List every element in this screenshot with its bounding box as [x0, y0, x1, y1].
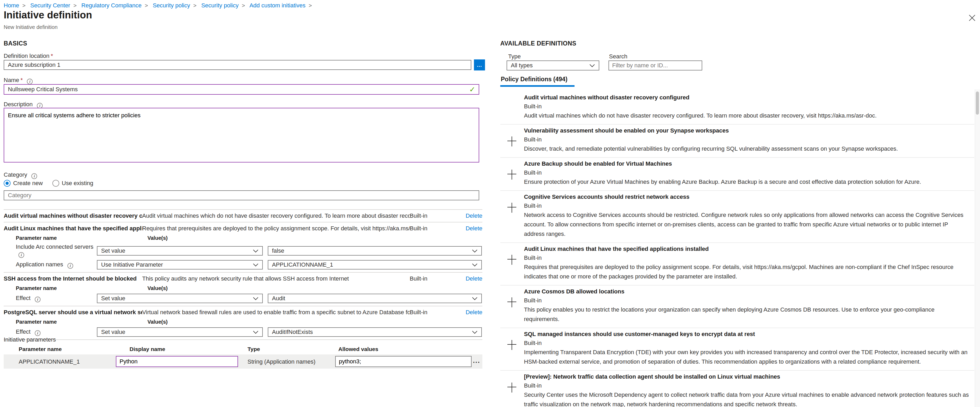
delete-policy-link[interactable]: Delete — [466, 309, 482, 316]
scrollbar-track[interactable] — [975, 89, 980, 407]
list-item: Audit virtual machines without disaster … — [500, 92, 974, 125]
param-col-name: Parameter name — [16, 319, 148, 325]
search-input[interactable] — [608, 60, 702, 70]
allowed-values-input[interactable] — [335, 356, 472, 367]
available-definitions-title: AVAILABLE DEFINITIONS — [500, 40, 576, 47]
param-col-values: Value(s) — [148, 285, 168, 291]
basics-section-title: BASICS — [4, 40, 27, 47]
tab-policy-definitions[interactable]: Policy Definitions (494) — [501, 76, 567, 83]
list-item: [Preview]: Network traffic data collecti… — [500, 371, 974, 407]
policy-type: Built-in — [410, 309, 449, 316]
chevron-down-icon — [472, 263, 477, 267]
param-mode-select[interactable]: Set value — [97, 294, 263, 303]
type-filter-label: Type — [508, 53, 521, 60]
breadcrumb: Home> Security Center> Regulatory Compli… — [4, 2, 315, 9]
initiative-parameters-header: Parameter name Display name Type Allowed… — [4, 346, 482, 353]
breadcrumb-link-security-policy-2[interactable]: Security policy — [201, 2, 239, 9]
param-value-select[interactable]: Audit — [268, 294, 482, 303]
type-filter-select[interactable]: All types — [507, 60, 599, 70]
policy-title: SSH access from the Internet should be b… — [4, 275, 142, 282]
close-button[interactable] — [966, 11, 978, 24]
policy-parameters: Parameter name Value(s) Effect i Set val… — [16, 285, 482, 306]
param-value-select[interactable]: APPLICATIONNAME_1 — [268, 260, 482, 269]
add-definition-plus-icon[interactable] — [506, 202, 518, 214]
policy-description: Requires that prerequisites are deployed… — [142, 225, 410, 232]
list-item: Vulnerability assessment should be enabl… — [500, 125, 974, 158]
policy-definitions-list: Audit virtual machines without disaster … — [500, 92, 974, 407]
scrollbar-thumb[interactable] — [976, 92, 979, 115]
info-icon: i — [35, 330, 41, 336]
chevron-down-icon — [589, 63, 595, 67]
radio-create-new-label[interactable]: Create new — [13, 180, 43, 187]
policy-row: PostgreSQL server should use a virtual n… — [4, 306, 482, 339]
add-definition-plus-icon[interactable] — [506, 382, 518, 393]
initiative-parameters-title: Initiative parameters — [4, 337, 482, 343]
definition-location-input[interactable] — [4, 60, 471, 70]
info-icon: i — [27, 79, 33, 84]
chevron-down-icon — [253, 330, 259, 334]
col-parameter-name: Parameter name — [19, 346, 62, 352]
add-definition-plus-icon[interactable] — [506, 136, 518, 147]
policy-parameters: Parameter name Value(s) Include Arc conn… — [16, 235, 482, 272]
param-value-select[interactable]: AuditIfNotExists — [268, 327, 482, 337]
policy-description: Virtual network based firewall rules are… — [142, 309, 410, 316]
chevron-down-icon — [253, 249, 259, 253]
add-definition-plus-icon[interactable] — [506, 254, 518, 266]
policy-type: Built-in — [410, 212, 449, 220]
delete-policy-link[interactable]: Delete — [466, 275, 482, 282]
col-type: Type — [248, 346, 260, 352]
param-label: Include Arc connected servers i — [16, 244, 97, 258]
browse-scope-button[interactable]: ... — [474, 59, 485, 70]
param-label: Effect i — [16, 295, 97, 302]
param-mode-select[interactable]: Set value — [97, 246, 263, 255]
param-value-select[interactable]: false — [268, 246, 482, 255]
delete-policy-link[interactable]: Delete — [466, 225, 482, 232]
param-col-name: Parameter name — [16, 235, 148, 241]
breadcrumb-link-add-custom-initiatives[interactable]: Add custom initiatives — [249, 2, 305, 9]
list-item: Azure Backup should be enabled for Virtu… — [500, 158, 974, 191]
chevron-down-icon — [472, 296, 477, 300]
breadcrumb-link-security-center[interactable]: Security Center — [30, 2, 70, 9]
definition-title: Audit Linux machines that have the speci… — [524, 244, 969, 253]
radio-create-new[interactable] — [4, 180, 11, 187]
definition-type: Built-in — [524, 296, 969, 305]
page-subtitle: New Initiative definition — [4, 24, 58, 30]
more-options-button[interactable]: ... — [473, 356, 480, 365]
category-input[interactable] — [4, 190, 479, 200]
param-mode-select[interactable]: Set value — [97, 327, 263, 337]
list-item: Azure Cosmos DB allowed locations Built-… — [500, 285, 974, 328]
category-radio-group: Create new Use existing — [4, 180, 103, 187]
breadcrumb-separator: > — [193, 2, 196, 8]
info-icon: i — [35, 296, 41, 302]
name-label: Name* i — [4, 77, 33, 84]
definition-type: Built-in — [524, 339, 969, 348]
display-name-input[interactable] — [116, 356, 238, 367]
radio-use-existing[interactable] — [52, 180, 59, 187]
breadcrumb-link-security-policy[interactable]: Security policy — [153, 2, 190, 9]
col-display-name: Display name — [130, 346, 165, 352]
add-definition-plus-icon[interactable] — [506, 339, 518, 351]
description-textarea[interactable]: Ensure all critical systems adhere to st… — [4, 108, 479, 163]
definition-description: Discover, track, and remediate potential… — [524, 144, 969, 154]
breadcrumb-separator: > — [73, 2, 76, 8]
delete-policy-link[interactable]: Delete — [466, 212, 482, 220]
description-label: Description i — [4, 101, 43, 109]
add-definition-plus-icon[interactable] — [506, 296, 518, 308]
name-input[interactable] — [4, 84, 479, 95]
param-mode-select[interactable]: Use Initiative Parameter — [97, 260, 263, 269]
info-icon: i — [67, 263, 73, 269]
list-item: Audit Linux machines that have the speci… — [500, 243, 974, 285]
breadcrumb-link-regulatory-compliance[interactable]: Regulatory Compliance — [81, 2, 142, 9]
add-definition-plus-icon[interactable] — [506, 169, 518, 181]
param-col-values: Value(s) — [148, 319, 168, 325]
definition-title: Audit virtual machines without disaster … — [524, 93, 969, 102]
policy-description: This policy audits any network security … — [142, 275, 410, 282]
category-label: Category i — [4, 171, 37, 179]
list-item: Cognitive Services accounts should restr… — [500, 191, 974, 243]
definition-title: Azure Backup should be enabled for Virtu… — [524, 159, 969, 168]
definition-location-label: Definition location* — [4, 52, 53, 59]
definition-description: Requires that prerequisites are deployed… — [524, 262, 969, 281]
breadcrumb-link-home[interactable]: Home — [4, 2, 19, 9]
radio-use-existing-label[interactable]: Use existing — [62, 180, 94, 187]
policy-row: Audit virtual machines without disaster … — [4, 209, 482, 222]
